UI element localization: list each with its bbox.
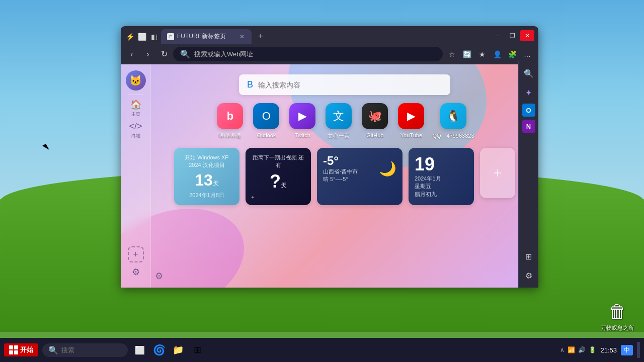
add-widget-button[interactable]: + xyxy=(480,148,515,198)
bilibili-icon: b xyxy=(217,103,243,129)
calendar-day: 19 xyxy=(415,154,468,175)
shortcut-bilibili[interactable]: b 哔哔哔哩 xyxy=(215,103,245,140)
star-button[interactable]: ☆ xyxy=(445,47,459,61)
taskbar-search-input[interactable] xyxy=(61,346,122,354)
left-panel: 🐱 🏠 主页 </> 终端 + ⚙ xyxy=(121,64,151,288)
recycle-bin[interactable]: 🗑 万物叹息之所 xyxy=(601,301,634,332)
sidebar-search-btn[interactable]: 🔍 xyxy=(521,65,537,81)
bing-logo: B xyxy=(247,79,253,90)
start-button[interactable]: 开始 xyxy=(4,343,38,356)
tray-chevron[interactable]: ∧ xyxy=(560,346,565,353)
task-manager-btn[interactable]: ⬜ xyxy=(132,342,148,358)
sidebar-extensions-btn[interactable]: ✦ xyxy=(521,84,537,101)
widget-xp-number: 13天 xyxy=(180,171,233,190)
youtube-label: YouTube xyxy=(400,132,422,138)
main-content: B b 哔哔哔哩 O xyxy=(151,64,538,288)
code-label: 终端 xyxy=(131,133,140,139)
github-icon: 🐙 xyxy=(362,103,388,129)
sidebar-item-home[interactable]: 🏠 主页 xyxy=(127,99,145,117)
shortcut-github[interactable]: 🐙 GitHub xyxy=(360,103,390,140)
address-bar-text: 搜索或输入Web网址 xyxy=(194,50,436,59)
taskbar-search[interactable]: 🔍 xyxy=(42,343,128,357)
sidebar-item-code[interactable]: </> 终端 xyxy=(127,121,145,139)
start-label: 开始 xyxy=(20,345,33,354)
browser-menu-btn[interactable]: ⚡ xyxy=(125,32,135,42)
recycle-bin-label: 万物叹息之所 xyxy=(601,324,634,332)
sidebar-grid-btn[interactable]: ⊞ xyxy=(521,248,537,264)
tray-wifi: 📶 xyxy=(568,346,575,353)
restore-button[interactable]: ❐ xyxy=(505,30,519,41)
weather-temp: -5° xyxy=(323,154,358,168)
shortcuts-grid: b 哔哔哔哩 O Outlook ▶ Twitch xyxy=(161,103,528,140)
new-tab-button[interactable]: + xyxy=(254,30,268,44)
more-button[interactable]: … xyxy=(520,47,534,61)
shortcut-outlook[interactable]: O Outlook xyxy=(251,103,281,140)
shortcut-youtube[interactable]: ▶ YouTube xyxy=(396,103,426,140)
back-button[interactable]: ‹ xyxy=(125,47,139,61)
page-settings-button[interactable]: ⚙ xyxy=(155,270,163,282)
weather-location: 山西省·晋中市 xyxy=(323,168,358,175)
newtab-content: 🐱 🏠 主页 </> 终端 + ⚙ xyxy=(121,64,538,288)
add-panel-button[interactable]: + xyxy=(128,246,144,262)
user-avatar[interactable]: 🐱 xyxy=(126,70,146,90)
collections-button[interactable]: ★ xyxy=(475,47,489,61)
close-button[interactable]: ✕ xyxy=(520,30,534,41)
tab-title: FUTURE新标签页 xyxy=(177,32,235,41)
widget-xp-date: 2024年1月8日 xyxy=(180,192,233,199)
browser-menu-buttons: ⚡ ⬜ ◧ xyxy=(125,32,159,42)
sidebar-outlook-btn[interactable]: O xyxy=(522,104,535,117)
desktop: 🗑 万物叹息之所 ⚡ ⬜ ◧ F FUTURE新标签页 ✕ xyxy=(0,0,644,362)
calendar-info: 2024年1月 星期五 腊月初九 xyxy=(415,175,468,198)
twitch-label: Twitch xyxy=(295,132,310,138)
browser-tab-list-btn[interactable]: ⬜ xyxy=(137,32,147,42)
weather-icon: 🌙 xyxy=(379,160,396,177)
widget-video[interactable]: 距离下一期出视频 还有 ?天 xyxy=(246,148,311,205)
recycle-bin-icon: 🗑 xyxy=(608,301,626,322)
edge-btn[interactable]: 🌀 xyxy=(151,342,167,358)
window-controls: ─ ❐ ✕ xyxy=(490,30,534,43)
profile-button[interactable]: 👤 xyxy=(490,47,504,61)
calendar-weekday: 星期五 xyxy=(415,183,468,190)
settings-icon[interactable]: ⚙ xyxy=(132,266,140,278)
shortcut-twitch[interactable]: ▶ Twitch xyxy=(287,103,317,140)
language-indicator[interactable]: 中 xyxy=(621,345,633,355)
widget-windows-xp[interactable]: 开始 Windows XP 2024 汉化项目 13天 2024年1月8日 xyxy=(174,148,239,205)
widget-video-title: 距离下一期出视频 还有 xyxy=(252,154,305,169)
browser-sidebar-btn[interactable]: ◧ xyxy=(149,32,159,42)
browser-active-tab[interactable]: F FUTURE新标签页 ✕ xyxy=(161,29,252,44)
search-input[interactable] xyxy=(258,81,442,89)
github-label: GitHub xyxy=(366,132,383,138)
mouse-cursor xyxy=(44,144,48,151)
refresh-button[interactable]: ↻ xyxy=(157,47,171,61)
widget-weather[interactable]: -5° 山西省·晋中市 晴 5°—-5° 🌙 xyxy=(317,148,403,205)
browser-right-sidebar: 🔍 ✦ O N ⊞ ⚙ xyxy=(518,61,538,288)
weather-row: -5° 山西省·晋中市 晴 5°—-5° 🌙 xyxy=(323,154,396,183)
twitch-icon: ▶ xyxy=(289,103,315,129)
taskbar-pinned-apps: ⬜ 🌀 📁 ⊞ xyxy=(132,342,205,358)
widget-video-number: ?天 xyxy=(252,171,305,192)
search-bar[interactable]: B xyxy=(239,74,450,95)
extensions-button[interactable]: 🧩 xyxy=(505,47,519,61)
store-btn[interactable]: ⊞ xyxy=(189,342,205,358)
browser-toolbar: ‹ › ↻ 🔍 搜索或输入Web网址 ☆ 🔄 ★ 👤 🧩 … xyxy=(121,44,538,64)
youtube-icon: ▶ xyxy=(398,103,424,129)
code-icon: </> xyxy=(129,121,142,132)
system-tray: ∧ 📶 🔊 🔋 xyxy=(560,346,596,353)
sidebar-onenote-btn[interactable]: N xyxy=(522,120,535,133)
browser-chrome: ⚡ ⬜ ◧ F FUTURE新标签页 ✕ + ─ ❐ ✕ xyxy=(121,26,538,64)
refresh-alt-button[interactable]: 🔄 xyxy=(460,47,474,61)
address-bar[interactable]: 🔍 搜索或输入Web网址 xyxy=(173,47,443,61)
minimize-button[interactable]: ─ xyxy=(490,30,504,41)
forward-button[interactable]: › xyxy=(141,47,155,61)
calendar-lunar: 腊月初九 xyxy=(415,191,468,198)
tab-close-btn[interactable]: ✕ xyxy=(238,33,246,40)
explorer-btn[interactable]: 📁 xyxy=(170,342,186,358)
sidebar-settings-btn[interactable]: ⚙ xyxy=(521,267,537,284)
calendar-year-month: 2024年1月 xyxy=(415,175,468,183)
tray-battery: 🔋 xyxy=(589,346,596,353)
shortcut-wenxin[interactable]: 文 文心一言 xyxy=(324,103,354,140)
shortcut-qq[interactable]: 🐧 QQ：479963823 xyxy=(432,103,474,140)
show-desktop-button[interactable] xyxy=(637,342,640,358)
widget-calendar[interactable]: 19 2024年1月 星期五 腊月初九 xyxy=(409,148,474,205)
widgets-row: 开始 Windows XP 2024 汉化项目 13天 2024年1月8日 距离… xyxy=(161,148,528,205)
